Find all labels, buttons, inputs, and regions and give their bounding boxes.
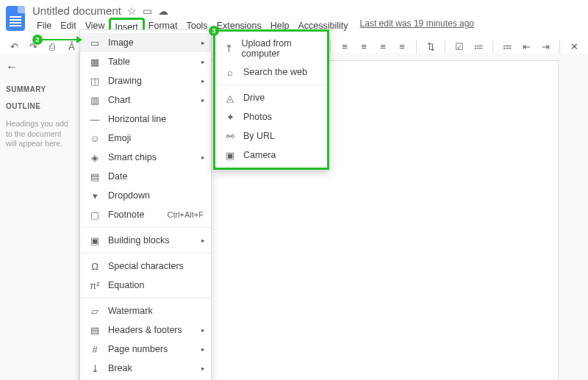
- menu-separator: [80, 227, 211, 228]
- insert-item-drawing[interactable]: ◫Drawing▸: [80, 71, 211, 90]
- menu-separator: [215, 85, 327, 85]
- image-submenu: ⤒Upload from computer⌕Search the web◬Dri…: [213, 29, 329, 170]
- outline-hint: Headings you add to the document will ap…: [6, 119, 73, 149]
- menu-item-label: Special characters: [108, 261, 184, 271]
- insert-item-dropdown[interactable]: ▾Dropdown: [80, 186, 211, 205]
- outline-heading: OUTLINE: [6, 102, 73, 110]
- annotation-step-2: 2: [32, 35, 43, 45]
- insert-item-smart-chips[interactable]: ◈Smart chips▸: [80, 148, 211, 167]
- blocks-icon: ▣: [89, 234, 101, 246]
- camera-icon: ▣: [224, 149, 236, 161]
- move-icon[interactable]: ▭: [143, 5, 152, 17]
- menu-item-label: Page numbers: [108, 344, 168, 354]
- menu-item-label: Headers & footers: [108, 325, 182, 335]
- menu-file[interactable]: File: [32, 18, 56, 36]
- back-arrow-icon[interactable]: ←: [6, 60, 73, 74]
- hr-icon: —: [89, 113, 101, 125]
- table-icon: ▦: [89, 56, 101, 68]
- insert-item-table[interactable]: ▦Table▸: [80, 52, 211, 71]
- menu-item-label: Image: [108, 37, 134, 48]
- menu-item-label: Camera: [243, 150, 276, 160]
- pagenum-icon: #: [89, 343, 101, 355]
- menu-separator: [80, 298, 211, 298]
- special-icon: Ω: [89, 260, 101, 272]
- search-icon: ⌕: [224, 66, 236, 78]
- menu-item-label: Watermark: [108, 306, 153, 316]
- menu-item-label: Horizontal line: [108, 114, 166, 124]
- insert-item-page-numbers[interactable]: #Page numbers▸: [80, 340, 211, 359]
- insert-item-footnote[interactable]: ▢FootnoteCtrl+Alt+F: [80, 205, 211, 224]
- image-item-drive[interactable]: ◬Drive: [215, 88, 327, 107]
- menu-item-label: Smart chips: [108, 152, 157, 162]
- menu-item-label: Dropdown: [108, 190, 150, 201]
- submenu-arrow-icon: ▸: [201, 77, 205, 85]
- cloud-icon[interactable]: ☁: [158, 5, 168, 17]
- url-icon: ⚯: [224, 130, 236, 142]
- insert-item-chart[interactable]: ▥Chart▸: [80, 90, 211, 110]
- menu-separator: [80, 253, 211, 254]
- submenu-arrow-icon: ▸: [201, 58, 205, 65]
- watermark-icon: ▱: [89, 305, 101, 317]
- menu-edit[interactable]: Edit: [56, 18, 81, 36]
- insert-menu-dropdown: ▭Image▸▦Table▸◫Drawing▸▥Chart▸—Horizonta…: [79, 29, 212, 380]
- submenu-arrow-icon: ▸: [201, 345, 205, 353]
- shortcut-label: Ctrl+Alt+F: [167, 210, 204, 219]
- headers-icon: ▤: [89, 324, 101, 336]
- menu-item-label: Upload from computer: [242, 38, 318, 59]
- image-item-upload-from-computer[interactable]: ⤒Upload from computer: [215, 35, 327, 62]
- insert-item-horizontal-line[interactable]: —Horizontal line: [80, 110, 211, 129]
- last-edit-link[interactable]: Last edit was 19 minutes ago: [360, 18, 474, 36]
- document-title[interactable]: Untitled document: [32, 4, 121, 17]
- menu-item-label: Drawing: [108, 76, 142, 86]
- image-item-camera[interactable]: ▣Camera: [215, 146, 327, 165]
- insert-item-watermark[interactable]: ▱Watermark: [80, 301, 211, 320]
- menu-item-label: Footnote: [108, 209, 144, 220]
- date-icon: ▤: [89, 171, 101, 182]
- break-icon: ⤓: [89, 362, 101, 374]
- image-item-photos[interactable]: ✦Photos: [215, 107, 327, 126]
- insert-item-emoji[interactable]: ☺Emoji: [80, 129, 211, 148]
- image-item-search-the-web[interactable]: ⌕Search the web: [215, 62, 327, 82]
- image-icon: ▭: [89, 37, 101, 49]
- footnote-icon: ▢: [89, 209, 101, 221]
- menu-item-label: Drive: [243, 93, 265, 103]
- submenu-arrow-icon: ▸: [201, 96, 205, 104]
- dropdown-icon: ▾: [89, 190, 101, 201]
- insert-item-equation[interactable]: π²Equation: [80, 276, 211, 295]
- menu-item-label: By URL: [243, 131, 275, 141]
- docs-logo-icon[interactable]: [6, 6, 25, 31]
- chips-icon: ◈: [89, 151, 101, 163]
- menu-item-label: Building blocks: [108, 235, 169, 245]
- emoji-icon: ☺: [89, 132, 101, 144]
- insert-item-image[interactable]: ▭Image▸: [80, 33, 211, 52]
- annotation-step-3: 3: [209, 26, 219, 36]
- menu-item-label: Table: [108, 57, 130, 67]
- submenu-arrow-icon: ▸: [201, 154, 205, 161]
- menu-item-label: Break: [108, 363, 132, 373]
- drive-icon: ◬: [224, 92, 236, 104]
- annotation-arrow: [41, 39, 81, 40]
- menu-item-label: Photos: [243, 112, 272, 122]
- chart-icon: ▥: [89, 94, 101, 106]
- menu-item-label: Emoji: [108, 133, 131, 143]
- summary-heading: SUMMARY: [6, 85, 73, 93]
- menu-item-label: Date: [108, 171, 127, 182]
- submenu-arrow-icon: ▸: [201, 39, 205, 46]
- photos-icon: ✦: [224, 111, 236, 123]
- outline-sidebar: ← SUMMARY OUTLINE Headings you add to th…: [0, 53, 79, 380]
- menu-item-label: Chart: [108, 95, 131, 105]
- star-icon[interactable]: ☆: [127, 5, 137, 17]
- insert-item-special-characters[interactable]: ΩSpecial characters: [80, 257, 211, 276]
- menu-item-label: Search the web: [243, 67, 307, 77]
- equation-icon: π²: [89, 279, 101, 291]
- upload-icon: ⤒: [224, 43, 234, 54]
- insert-item-building-blocks[interactable]: ▣Building blocks▸: [80, 231, 211, 250]
- submenu-arrow-icon: ▸: [201, 326, 205, 334]
- drawing-icon: ◫: [89, 75, 101, 87]
- insert-item-date[interactable]: ▤Date: [80, 167, 211, 186]
- submenu-arrow-icon: ▸: [201, 237, 205, 244]
- insert-item-headers-footers[interactable]: ▤Headers & footers▸: [80, 320, 211, 340]
- image-item-by-url[interactable]: ⚯By URL: [215, 126, 327, 146]
- insert-item-break[interactable]: ⤓Break▸: [80, 359, 211, 378]
- menu-item-label: Equation: [108, 280, 144, 290]
